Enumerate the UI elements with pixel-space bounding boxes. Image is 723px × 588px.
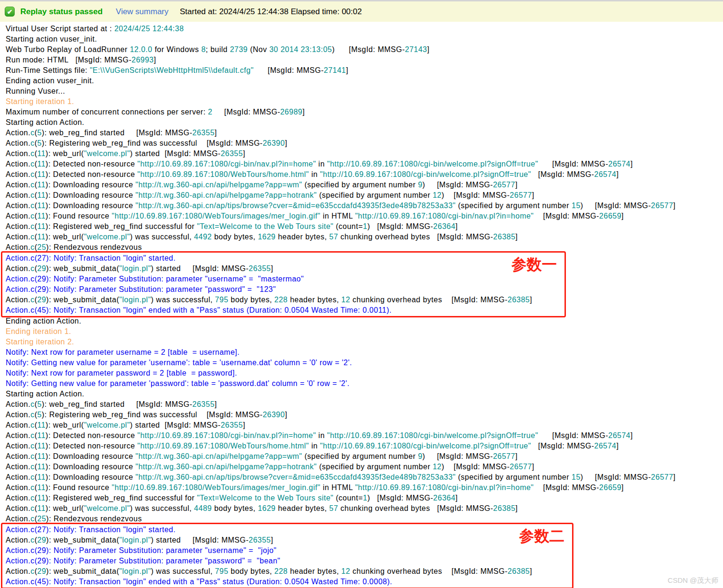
annotation-box-2: 参数二Action.c(27): Notify: Transaction "lo… — [1, 523, 573, 588]
log-line: Action.c(11): Downloading resource "http… — [6, 201, 723, 211]
log-line: Action.c(11): Downloading resource "http… — [6, 451, 723, 462]
log-line: Action.c(5): web_reg_find started [MsgId… — [6, 399, 723, 410]
annotation-label-2: 参数二 — [519, 528, 564, 544]
log-line: Action.c(27): Notify: Transaction "login… — [6, 253, 564, 263]
log-line: Action.c(5): Registering web_reg_find wa… — [6, 410, 723, 420]
watermark: CSDN @茂大师 — [668, 576, 718, 585]
log-line: Action.c(11): Found resource "http://10.… — [6, 483, 723, 493]
log-line: Action.c(45): Notify: Transaction "login… — [6, 305, 564, 316]
log-line: Ending action Action. — [6, 316, 723, 326]
log-line: Notify: Next row for parameter username … — [6, 347, 723, 358]
log-line: Action.c(11): web_url("welcome.pl") star… — [6, 149, 723, 159]
log-line: Action.c(11): web_url("welcome.pl") was … — [6, 232, 723, 242]
annotation-box-1: 参数一Action.c(27): Notify: Transaction "lo… — [1, 251, 566, 317]
log-line: Action.c(11): web_url("welcome.pl") was … — [6, 503, 723, 514]
annotation-label-1: 参数一 — [511, 257, 557, 272]
log-line: Web Turbo Replay of LoadRunner 12.0.0 fo… — [6, 44, 723, 55]
log-line: Notify: Getting new value for parameter … — [6, 358, 723, 368]
replay-status-text: Replay status passed — [20, 7, 103, 17]
log-line: Maximum number of concurrent connections… — [6, 107, 723, 117]
log-line: Action.c(29): Notify: Parameter Substitu… — [6, 545, 572, 556]
log-line: Starting iteration 1. — [6, 97, 723, 107]
log-line: Action.c(11): web_url("welcome.pl") star… — [6, 420, 723, 430]
log-line: Action.c(45): Notify: Transaction "login… — [6, 577, 572, 587]
log-line: Action.c(5): web_reg_find started [MsgId… — [6, 128, 723, 138]
log-line: Action.c(11): Downloading resource "http… — [6, 190, 723, 201]
log-line: Action.c(11): Downloading resource "http… — [6, 462, 723, 472]
log-line: Action.c(11): Detected non-resource "htt… — [6, 169, 723, 180]
log-line: Notify: Next row for parameter password … — [6, 368, 723, 378]
log-line: Starting action Action. — [6, 389, 723, 399]
log-line: Action.c(11): Detected non-resource "htt… — [6, 159, 723, 169]
log-line: Action.c(29): web_submit_data("login.pl"… — [6, 566, 572, 577]
log-line: Starting action Action. — [6, 117, 723, 128]
log-line: Action.c(5): Registering web_reg_find wa… — [6, 138, 723, 149]
log-line: Action.c(11): Registered web_reg_find su… — [6, 221, 723, 232]
log-line: Action.c(29): web_submit_data("login.pl"… — [6, 535, 572, 545]
log-line: Action.c(11): Registered web_reg_find su… — [6, 493, 723, 503]
log-line: Action.c(27): Notify: Transaction "login… — [6, 525, 572, 535]
log-line: Action.c(11): Downloading resource "http… — [6, 180, 723, 190]
log-line: Ending iteration 1. — [6, 326, 723, 337]
log-line: Action.c(29): web_submit_data("login.pl"… — [6, 295, 564, 305]
view-summary-link[interactable]: View summary — [116, 7, 168, 17]
log-line: Action.c(11): Downloading resource "http… — [6, 472, 723, 483]
log-line: Notify: Getting new value for parameter … — [6, 378, 723, 389]
log-line: Starting iteration 2. — [6, 337, 723, 347]
log-line: Run-Time Settings file: "E:\\VuGenScript… — [6, 65, 723, 76]
log-line: Virtual User Script started at : 2024/4/… — [6, 24, 723, 34]
log-line: Action.c(11): Found resource "http://10.… — [6, 211, 723, 221]
log-line: Action.c(29): web_submit_data("login.pl"… — [6, 263, 564, 274]
log-line: Running Vuser... — [6, 86, 723, 97]
log-line: Action.c(11): Detected non-resource "htt… — [6, 441, 723, 451]
log-line: Ending action vuser_init. — [6, 76, 723, 86]
started-elapsed-text: Started at: 2024/4/25 12:44:38 Elapsed t… — [180, 7, 362, 17]
check-icon: ✔ — [5, 7, 15, 17]
log-line: Action.c(29): Notify: Parameter Substitu… — [6, 284, 564, 295]
replay-status-bar: ✔ Replay status passed View summary Star… — [0, 0, 723, 22]
log-line: Starting action vuser_init. — [6, 34, 723, 44]
log-line: Action.c(29): Notify: Parameter Substitu… — [6, 274, 564, 284]
log: Virtual User Script started at : 2024/4/… — [0, 22, 723, 588]
log-line: Action.c(11): Detected non-resource "htt… — [6, 430, 723, 441]
log-line: Run mode: HTML [MsgId: MMSG-26993] — [6, 55, 723, 65]
log-line: Action.c(29): Notify: Parameter Substitu… — [6, 556, 572, 566]
